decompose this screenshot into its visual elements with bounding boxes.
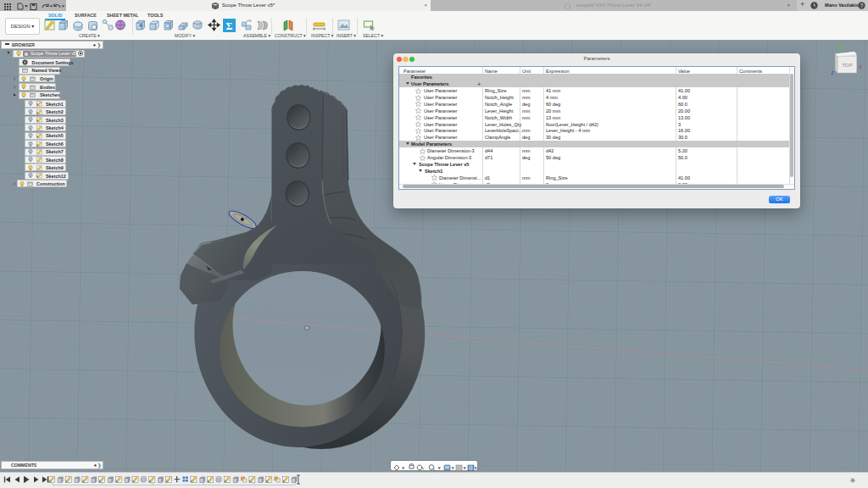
svg-text:z: z [830, 69, 834, 75]
svg-text:x: x [858, 64, 862, 69]
svg-text:Σ: Σ [226, 20, 233, 32]
svg-text:TOP: TOP [842, 62, 853, 68]
svg-text:?: ? [860, 3, 864, 8]
